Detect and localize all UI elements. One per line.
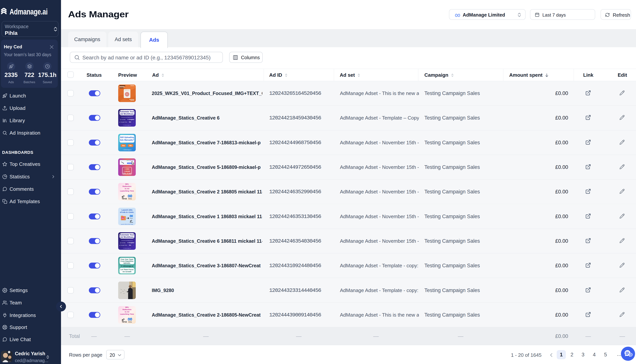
svg-text:TikTok: TikTok (122, 321, 127, 323)
svg-text:1 click: 1 click (125, 168, 129, 170)
svg-text:120s: 120s (122, 218, 124, 218)
svg-text:Ad Workflows: Ad Workflows (120, 113, 134, 115)
svg-text:Let Them Focus: Let Them Focus (120, 268, 133, 270)
svg-text:Launching Time: Launching Time (120, 313, 134, 315)
svg-text:No: No (129, 144, 132, 146)
svg-text:Still Uploading: Still Uploading (120, 136, 134, 138)
svg-text:✦ Admanage.ai: ✦ Admanage.ai (123, 248, 131, 249)
svg-text:✦ Admanage.ai: ✦ Admanage.ai (123, 124, 131, 126)
svg-text:96%: 96% (125, 306, 129, 308)
svg-text:Meta: Meta (130, 218, 133, 219)
svg-text:== Dropbox: == Dropbox (127, 242, 134, 244)
svg-text:Ads Manually?: Ads Manually? (120, 139, 134, 141)
svg-text:✦ Admanage.ai: ✦ Admanage.ai (123, 149, 131, 150)
svg-text:TikTok: TikTok (130, 222, 133, 223)
svg-text:Launch 100s: Launch 100s (121, 209, 132, 211)
svg-text:Patches: Patches (126, 94, 128, 95)
svg-text:box: box (129, 121, 131, 122)
svg-text:Automate Your: Automate Your (120, 110, 134, 113)
svg-text:Reduction: Reduction (123, 185, 132, 187)
svg-text:On Growth: On Growth (123, 271, 132, 272)
svg-text:(|) monday: (|) monday (120, 119, 126, 120)
svg-text:Automate Your: Automate Your (120, 234, 134, 236)
svg-text:in Ad: in Ad (125, 188, 129, 190)
svg-text:of Ads in <1min.: of Ads in <1min. (120, 211, 134, 213)
svg-text:Connect Ad Platforms to: Connect Ad Platforms to (121, 240, 132, 241)
svg-text:box: box (129, 244, 131, 246)
svg-text:✦ Admanage.ai: ✦ Admanage.ai (121, 265, 133, 267)
svg-text:96%: 96% (125, 183, 129, 185)
svg-text:1 minute: 1 minute (124, 170, 130, 172)
svg-text:Launch 100s of Ads Today: Launch 100s of Ads Today (121, 224, 133, 225)
svg-text:100s of ads: 100s of ads (123, 172, 131, 174)
svg-text:(|) monday: (|) monday (120, 242, 126, 243)
svg-text:Yes: Yes (122, 144, 125, 146)
svg-text:Meta: Meta (128, 198, 132, 200)
svg-text:Reduction: Reduction (123, 308, 132, 310)
svg-text:From Repetitive: From Repetitive (120, 260, 133, 262)
svg-text:Ad Workflows: Ad Workflows (120, 236, 134, 238)
svg-text:Connect Ad Platforms to: Connect Ad Platforms to (121, 117, 132, 118)
svg-text:Uploads.: Uploads. (123, 262, 131, 264)
svg-text:▲ Google Drive: ▲ Google Drive (119, 122, 127, 122)
svg-text:in Ad: in Ad (125, 311, 129, 313)
svg-text:TikTok: TikTok (122, 198, 127, 200)
svg-text:Launch ads: Launch ads (128, 163, 131, 164)
svg-text:▲ Google Drive: ▲ Google Drive (119, 245, 127, 246)
svg-text:GLP-1: GLP-1 (126, 94, 128, 94)
svg-text:∞: ∞ (133, 122, 134, 122)
svg-text:== Dropbox: == Dropbox (127, 119, 134, 120)
svg-text:Free Your Team: Free Your Team (121, 258, 133, 260)
svg-text:∞: ∞ (133, 245, 134, 246)
svg-text:Meta: Meta (128, 321, 132, 323)
svg-text:Launching Time: Launching Time (120, 190, 134, 192)
